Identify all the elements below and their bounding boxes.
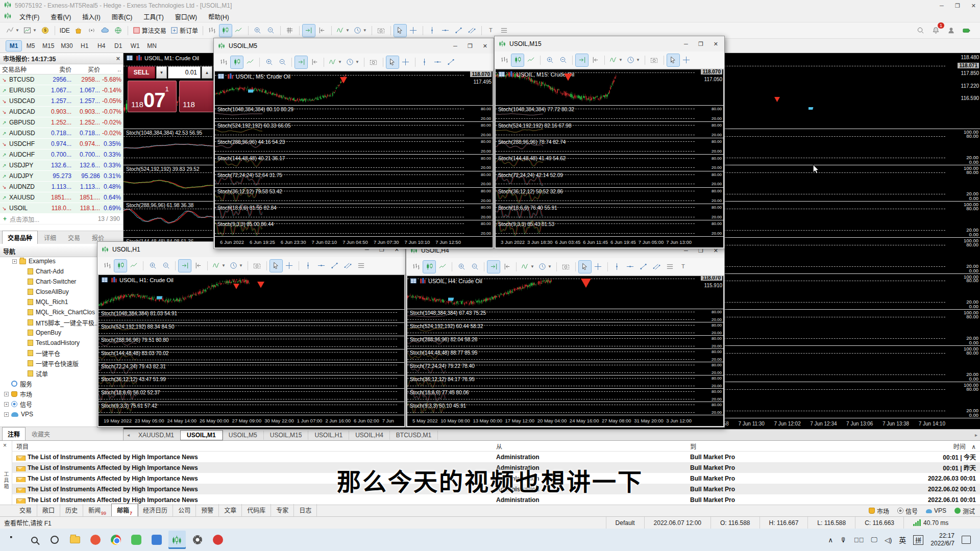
taskbar-mail-icon[interactable] [148, 531, 165, 549]
sell-dropdown-icon[interactable]: ▼ [156, 66, 167, 79]
close-icon[interactable]: × [116, 55, 120, 62]
stoch-pane[interactable]: Stoch(1048,384,384) 80.10 80.2980.0020.0… [215, 105, 493, 121]
grid-icon[interactable] [284, 24, 296, 37]
timeframe-w1[interactable]: W1 [128, 41, 143, 51]
cursor-icon[interactable] [667, 54, 679, 66]
vline-icon[interactable] [302, 260, 314, 272]
market-watch-row[interactable]: ↘USDCHF0.974...0.974...0.35% [0, 139, 123, 149]
chart-area[interactable]: USOIL, H4: Crude Oil118.070115.910Stoch(… [407, 276, 724, 427]
bars-icon[interactable] [410, 261, 422, 273]
toolbox-tab-专家[interactable]: 专家 [271, 504, 294, 517]
stoch-pane[interactable]: Stoch(288,96,96) 78.74 82.7480.0020.00 [496, 138, 723, 154]
camera-icon[interactable] [368, 56, 380, 68]
bag-icon[interactable] [72, 24, 85, 37]
indicators-icon[interactable]: ▼ [335, 24, 351, 37]
stoch-pane[interactable]: Stoch(524,192,192) 82.16 67.9880.0020.00 [496, 121, 723, 138]
toolbox-tab-敞口[interactable]: 敞口 [37, 504, 60, 517]
stoch-pane[interactable]: Stoch(9,3,3) 85.00 86.4480.0020.00 [215, 220, 493, 236]
mw-column-3[interactable]: .. [102, 66, 123, 73]
mw-tab-0[interactable]: 交易品种 [2, 231, 38, 244]
notifications-bell-icon[interactable]: 1 [929, 24, 942, 37]
expand-icon[interactable]: + [4, 392, 9, 396]
price-pane[interactable]: USOIL, M5: Crude Oil118.070117.495 [215, 71, 493, 105]
chart-tab-USOIL,M15[interactable]: USOIL,M15 [264, 431, 309, 440]
tab-scroll-left-icon[interactable]: ◂ [125, 432, 132, 438]
menu-item-0[interactable]: 文件(F) [14, 11, 45, 22]
menu-item-1[interactable]: 查看(V) [45, 11, 77, 22]
expand-icon[interactable]: + [12, 259, 17, 264]
zoomin-icon[interactable] [146, 260, 159, 272]
chart-area[interactable]: USOIL, M15: Crude Oil118.070117.050Stoch… [495, 69, 724, 248]
chart-tab-USOIL,H4[interactable]: USOIL,H4 [349, 431, 390, 440]
bars-icon[interactable] [217, 56, 230, 68]
bars-icon[interactable] [101, 260, 113, 272]
shift-icon[interactable] [316, 24, 328, 37]
stoch-pane[interactable]: Stoch(524,192,192) 88.34 84.50 [99, 322, 404, 336]
status-icon-测试[interactable]: 测试 [954, 507, 975, 515]
close-button[interactable]: ✕ [483, 43, 487, 49]
shift-icon[interactable] [308, 56, 321, 68]
network-icon[interactable]: 🖵 [871, 536, 877, 544]
chart-tab-USOIL,M1[interactable]: USOIL,M1 [181, 431, 223, 440]
zoomout-icon[interactable] [160, 260, 172, 272]
status-profile[interactable]: Default [606, 517, 644, 529]
stoch-pane[interactable]: Stoch(144,48,48) 88.77 85.9580.0020.00 [407, 348, 723, 362]
microphone-icon[interactable]: 🎙 [840, 536, 847, 544]
price-pane[interactable]: USOIL, M15: Crude Oil118.070117.050 [496, 69, 723, 105]
hline-icon[interactable] [315, 260, 328, 272]
market-watch-row[interactable]: ↘AUDCAD0.903...0.903...-0.07% [0, 107, 123, 117]
camera-icon[interactable] [251, 260, 263, 272]
market-watch-row[interactable]: ↗AUDUSD0.718...0.718...-0.02% [0, 128, 123, 139]
toolbox-tab-预警[interactable]: 预警 [196, 504, 219, 517]
clock-icon[interactable]: ▼ [345, 56, 361, 68]
toolbox-tab-代码库[interactable]: 代码库 [242, 504, 271, 517]
autoscroll-icon[interactable] [487, 261, 500, 273]
camera-icon[interactable] [648, 54, 660, 66]
expand-icon[interactable]: + [4, 412, 9, 417]
zoomin-icon[interactable] [455, 261, 468, 273]
maximize-button[interactable]: ❐ [698, 41, 703, 47]
text-icon[interactable]: T [677, 261, 690, 273]
autoscroll-icon[interactable] [295, 56, 307, 68]
menu-item-5[interactable]: 窗口(W) [169, 11, 203, 22]
account-icon[interactable] [945, 24, 957, 37]
menu-item-4[interactable]: 工具(T) [138, 11, 169, 22]
price-pane[interactable]: USOIL, H4: Crude Oil118.070115.910 [407, 276, 723, 309]
market-watch-row[interactable]: ↗GBPUSD1.252...1.252...-0.02% [0, 117, 123, 128]
signal-icon[interactable] [86, 24, 98, 37]
stoch-pane[interactable]: Stoch(1048,384,384) 81.03 54.91 [99, 309, 404, 322]
toolbox-close-icon[interactable]: × [3, 442, 7, 449]
nav-tab-0[interactable]: 注释 [2, 427, 26, 440]
tray-clock[interactable]: 22:172022/6/7 [930, 532, 954, 547]
zoomout-icon[interactable] [276, 56, 288, 68]
sell-price-button[interactable]: 118071 [128, 81, 177, 112]
toolbox-tab-文章[interactable]: 文章 [219, 504, 242, 517]
dollar-icon[interactable]: $ [39, 24, 52, 37]
cross-icon[interactable] [592, 261, 604, 273]
stoch-pane[interactable]: Stoch(36,12,12) 50.52 32.8680.0020.00 [496, 187, 723, 204]
toolbox-tab-公司[interactable]: 公司 [173, 504, 196, 517]
stoch-pane[interactable]: Stoch(288,96,96) 82.04 58.2680.0020.00 [407, 335, 723, 348]
toolbox-tab-邮箱[interactable]: 邮箱7 [112, 504, 138, 517]
mw-column-1[interactable]: 卖价 [44, 65, 74, 73]
chart-area[interactable]: USOIL, H1: Crude OilStoch(1048,384,384) … [98, 274, 405, 427]
taskbar-mt5-icon[interactable] [168, 531, 186, 549]
autoscroll-icon[interactable] [179, 260, 191, 272]
hline-icon[interactable] [439, 24, 452, 37]
stoch-pane[interactable]: Stoch(72,24,24) 79.22 78.4080.0020.00 [407, 362, 723, 375]
menu-item-3[interactable]: 图表(C) [106, 11, 138, 22]
candles-icon[interactable] [511, 54, 524, 66]
shift-icon[interactable] [501, 261, 513, 273]
line-icon[interactable] [244, 56, 256, 68]
tray-expand-icon[interactable]: ∧ [828, 536, 833, 544]
hline-icon[interactable] [624, 261, 636, 273]
status-icon-信号[interactable]: 信号 [897, 507, 918, 515]
toolbox-tab-历史[interactable]: 历史 [60, 504, 83, 517]
profile-icon[interactable]: ▼ [22, 24, 38, 37]
mw-column-0[interactable]: 交易品种 [0, 65, 44, 73]
ime-language[interactable]: 英 [899, 535, 906, 545]
stoch-pane[interactable]: Stoch(36,12,12) 43.47 51.99 [99, 375, 404, 388]
stoch-pane[interactable]: Stoch(18,6,6) 77.45 80.0680.0020.00 [407, 388, 723, 402]
channel-icon[interactable] [342, 260, 354, 272]
cross-icon[interactable] [407, 24, 420, 37]
